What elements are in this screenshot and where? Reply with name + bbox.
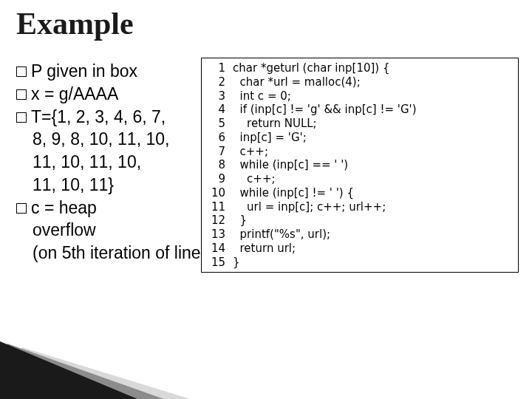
line-number: 6: [206, 131, 233, 145]
code-line: 13 printf("%s", url);: [206, 228, 512, 242]
code-line: 14 return url;: [206, 242, 512, 256]
line-number: 13: [206, 228, 233, 242]
decorative-wedge-icon: [0, 303, 214, 399]
line-number: 10: [206, 186, 233, 200]
svg-marker-2: [0, 340, 155, 399]
code-line: 1char *geturl (char inp[10]) {: [206, 61, 512, 75]
code-text: inp[c] = 'G';: [233, 131, 512, 145]
code-line: 2 char *url = malloc(4);: [206, 75, 512, 89]
code-line: 11 url = inp[c]; c++; url++;: [206, 200, 512, 214]
square-bullet-icon: [16, 66, 27, 77]
bullet-text: overflow: [33, 219, 96, 241]
line-number: 15: [206, 256, 233, 270]
code-text: }: [233, 256, 512, 270]
line-number: 2: [206, 75, 233, 89]
bullet-text: 11, 10, 11, 10,: [33, 151, 141, 173]
code-text: while (inp[c] == ' '): [233, 158, 512, 172]
code-line: 3 int c = 0;: [206, 89, 512, 103]
code-text: c++;: [233, 145, 512, 159]
code-line: 8 while (inp[c] == ' '): [206, 158, 512, 172]
code-line: 4 if (inp[c] != 'g' && inp[c] != 'G'): [206, 103, 512, 117]
line-number: 1: [206, 61, 233, 75]
code-text: int c = 0;: [233, 89, 512, 103]
bullet-text: 11, 10, 11}: [33, 174, 114, 196]
line-number: 5: [206, 117, 233, 131]
bullet-text: x = g/AAAA: [31, 83, 118, 105]
code-text: c++;: [233, 172, 512, 186]
code-text: if (inp[c] != 'g' && inp[c] != 'G'): [233, 103, 512, 117]
code-box: 1char *geturl (char inp[10]) {2 char *ur…: [201, 58, 519, 273]
code-line: 6 inp[c] = 'G';: [206, 131, 512, 145]
code-text: while (inp[c] != ' ') {: [233, 186, 512, 200]
square-bullet-icon: [16, 89, 27, 100]
code-text: char *geturl (char inp[10]) {: [233, 61, 512, 75]
bullet-text: c = heap: [31, 197, 97, 219]
code-text: url = inp[c]; c++; url++;: [233, 200, 512, 214]
slide-title: Example: [16, 6, 134, 41]
code-text: char *url = malloc(4);: [233, 75, 512, 89]
code-text: return url;: [233, 242, 512, 256]
square-bullet-icon: [16, 112, 27, 123]
bullet-text: T={1, 2, 3, 4, 6, 7,: [31, 106, 166, 128]
line-number: 9: [206, 172, 233, 186]
svg-marker-0: [0, 347, 214, 399]
code-line: 12 }: [206, 214, 512, 228]
svg-marker-1: [0, 344, 185, 399]
code-line: 7 c++;: [206, 145, 512, 159]
code-line: 15}: [206, 256, 512, 270]
line-number: 3: [206, 89, 233, 103]
line-number: 14: [206, 242, 233, 256]
line-number: 7: [206, 145, 233, 159]
code-line: 10 while (inp[c] != ' ') {: [206, 186, 512, 200]
bullet-text: P given in box: [31, 61, 137, 82]
code-line: 9 c++;: [206, 172, 512, 186]
code-text: }: [233, 214, 512, 228]
line-number: 8: [206, 158, 233, 172]
square-bullet-icon: [16, 203, 27, 214]
slide: Example P given in box x = g/AAAA T={1, …: [0, 0, 532, 399]
bullet-text: 8, 9, 8, 10, 11, 10,: [33, 129, 169, 150]
line-number: 12: [206, 214, 233, 228]
code-line: 5 return NULL;: [206, 117, 512, 131]
code-text: return NULL;: [233, 117, 512, 131]
code-text: printf("%s", url);: [233, 228, 512, 242]
line-number: 11: [206, 200, 233, 214]
line-number: 4: [206, 103, 233, 117]
